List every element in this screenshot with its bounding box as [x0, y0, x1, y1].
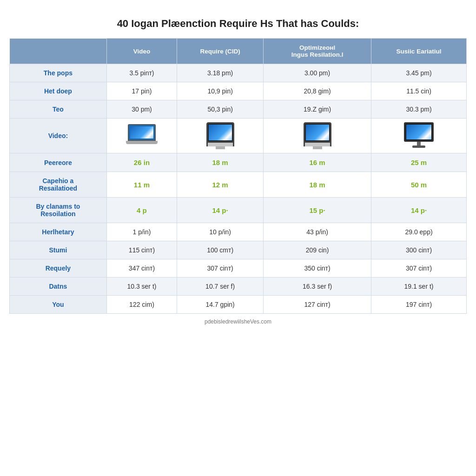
data-cell: 10 р/in): [177, 223, 264, 241]
col-header-susiic: Susiic Eariatiul: [371, 39, 467, 64]
page-title: 40 Iogan Plæenction Require Hs That has …: [9, 18, 467, 30]
data-cell-green: 50 m: [371, 172, 467, 198]
data-cell: 115 cinт): [106, 241, 177, 259]
row-label: Requely: [10, 259, 107, 278]
data-cell: 122 cim): [106, 296, 177, 314]
device-cell: [177, 119, 264, 153]
data-cell: 350 cinт): [264, 259, 371, 278]
device-cell: [264, 119, 371, 153]
data-cell: 50,3 рin): [177, 100, 264, 119]
data-cell: 20,8 gim): [264, 82, 371, 100]
data-cell: 1 р/in): [106, 223, 177, 241]
data-cell: 3.45 рm): [371, 64, 467, 82]
row-label: Datns: [10, 278, 107, 296]
row-label: You: [10, 296, 107, 314]
data-cell: 347 cinт): [106, 259, 177, 278]
data-cell: 16.3 ser f): [264, 278, 371, 296]
row-label: Capehio aResailatioed: [10, 172, 107, 198]
page-wrapper: 40 Iogan Plæenction Require Hs That has …: [9, 9, 467, 329]
data-cell: 3.00 рm): [264, 64, 371, 82]
data-cell: 3.5 рinт): [106, 64, 177, 82]
table-row: You122 cim)14.7 gpin)127 cinт)197 cinт): [10, 296, 467, 314]
table-row: Teo30 рm)50,3 рin)19.Z gim)30.3 рm): [10, 100, 467, 119]
data-cell: 14.7 gpin): [177, 296, 264, 314]
data-cell: 30 рm): [106, 100, 177, 119]
data-cell-green: 25 m: [371, 153, 467, 172]
data-cell: 10.3 ser t): [106, 278, 177, 296]
col-header-require: Require (CID): [177, 39, 264, 64]
data-cell: 307 cinт): [177, 259, 264, 278]
data-cell-green: 15 p·: [264, 198, 371, 223]
data-cell-green: 18 m: [264, 172, 371, 198]
data-cell-green: 11 m: [106, 172, 177, 198]
table-row: Peereore26 in18 m16 m25 m: [10, 153, 467, 172]
row-label: Stumi: [10, 241, 107, 259]
data-cell-green: 18 m: [177, 153, 264, 172]
table-header-row: Video Require (CID) OptimizeонlIngus Res…: [10, 39, 467, 64]
table-row: Het doep17 pin)10,9 рin)20,8 gim)11.5 ci…: [10, 82, 467, 100]
data-cell: 19.Z gim): [264, 100, 371, 119]
table-row: The pops3.5 рinт)3.18 рm)3.00 рm)3.45 рm…: [10, 64, 467, 82]
footer-text: pdebisledrewiilsheVes.com: [9, 318, 467, 329]
data-cell: 10.7 ser f): [177, 278, 264, 296]
data-cell: 11.5 cin): [371, 82, 467, 100]
data-cell: 197 cinт): [371, 296, 467, 314]
data-cell: 29.0 ерp): [371, 223, 467, 241]
comparison-table: Video Require (CID) OptimizeонlIngus Res…: [9, 38, 467, 314]
data-cell: 30.3 рm): [371, 100, 467, 119]
data-cell: 10,9 рin): [177, 82, 264, 100]
data-cell: 209 cin): [264, 241, 371, 259]
col-header-optimize: OptimizeонlIngus Resilation.l: [264, 39, 371, 64]
device-cell: [371, 119, 467, 153]
data-cell: 43 р/in): [264, 223, 371, 241]
table-row: By clanams toResoilation4 p14 p·15 p·14 …: [10, 198, 467, 223]
row-label: Het doep: [10, 82, 107, 100]
table-row: Stumi115 cinт)100 cmт)209 cin)300 cinт): [10, 241, 467, 259]
data-cell-green: 4 p: [106, 198, 177, 223]
data-cell: 307 cinт): [371, 259, 467, 278]
data-cell: 3.18 рm): [177, 64, 264, 82]
row-label: Peereore: [10, 153, 107, 172]
row-label: The pops: [10, 64, 107, 82]
col-header-video: Video: [106, 39, 177, 64]
data-cell-green: 14 p·: [371, 198, 467, 223]
table-row: Herlhetary1 р/in)10 р/in)43 р/in)29.0 ер…: [10, 223, 467, 241]
device-cell: [106, 119, 177, 153]
data-cell-green: 16 m: [264, 153, 371, 172]
data-cell-green: 14 p·: [177, 198, 264, 223]
data-cell-green: 12 m: [177, 172, 264, 198]
data-cell: 19.1 ser t): [371, 278, 467, 296]
row-label: By clanams toResoilation: [10, 198, 107, 223]
col-header-empty: [10, 39, 107, 64]
row-label: Video:: [10, 119, 107, 153]
data-cell: 17 pin): [106, 82, 177, 100]
data-cell: 100 cmт): [177, 241, 264, 259]
table-row: Requely347 cinт)307 cinт)350 cinт)307 ci…: [10, 259, 467, 278]
data-cell: 300 cinт): [371, 241, 467, 259]
data-cell-green: 26 in: [106, 153, 177, 172]
table-row: Capehio aResailatioed11 m12 m18 m50 m: [10, 172, 467, 198]
row-label: Teo: [10, 100, 107, 119]
data-cell: 127 cinт): [264, 296, 371, 314]
table-row: Datns10.3 ser t)10.7 ser f)16.3 ser f)19…: [10, 278, 467, 296]
table-row: Video:: [10, 119, 467, 153]
row-label: Herlhetary: [10, 223, 107, 241]
